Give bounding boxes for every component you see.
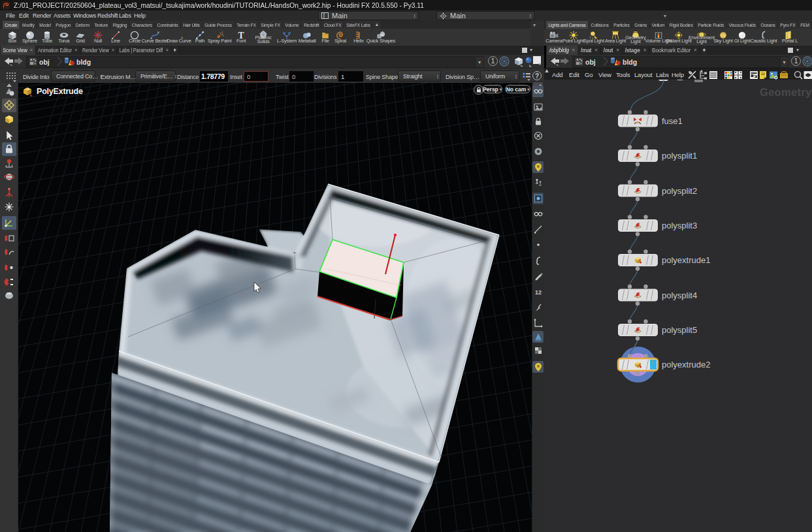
svg-text:fuse1: fuse1	[662, 116, 683, 126]
svg-text:Geometry: Geometry	[760, 86, 812, 98]
svg-text:12: 12	[534, 289, 541, 296]
svg-text:polyextrude1: polyextrude1	[662, 255, 710, 265]
svg-text:polysplit2: polysplit2	[662, 186, 697, 196]
svg-text:polysplit4: polysplit4	[662, 290, 697, 300]
svg-text:polysplit3: polysplit3	[662, 221, 697, 230]
svg-text:polysplit1: polysplit1	[662, 151, 697, 161]
svg-text:polyextrude2: polyextrude2	[662, 360, 710, 369]
svg-text:polysplit5: polysplit5	[662, 325, 697, 335]
